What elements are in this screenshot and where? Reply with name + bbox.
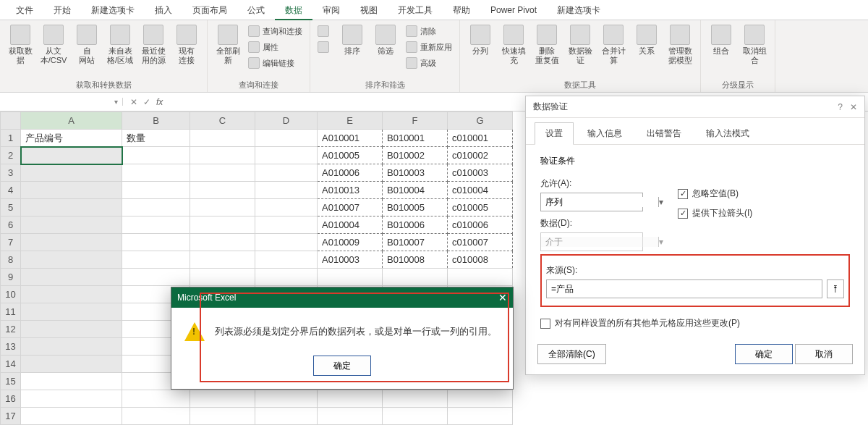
ribbon-tab[interactable]: 页面布局 xyxy=(182,0,237,20)
cell[interactable] xyxy=(21,321,122,338)
cell[interactable] xyxy=(21,234,122,251)
ribbon-tab[interactable]: 文件 xyxy=(6,0,43,20)
close-icon[interactable]: ✕ xyxy=(850,102,857,112)
cell[interactable]: A010009 xyxy=(318,234,383,251)
cell[interactable] xyxy=(255,147,318,164)
fx-icon[interactable]: fx xyxy=(156,97,163,107)
ribbon-button[interactable]: 最近使用的源 xyxy=(137,23,169,67)
allow-combo[interactable]: ▾ xyxy=(540,193,643,211)
row-header[interactable]: 4 xyxy=(1,182,21,199)
cell[interactable] xyxy=(21,251,122,269)
cell[interactable] xyxy=(383,408,448,425)
cell[interactable] xyxy=(21,338,122,356)
cell[interactable] xyxy=(21,303,122,321)
row-header[interactable]: 8 xyxy=(1,251,21,269)
range-select-button[interactable]: ⭱ xyxy=(827,279,844,298)
ribbon-button[interactable]: 分列 xyxy=(464,23,496,57)
cell[interactable] xyxy=(122,251,190,269)
apply-all-checkbox[interactable]: 对有同样设置的所有其他单元格应用这些更改(P) xyxy=(540,317,850,329)
ribbon-tab[interactable]: 新建选项卡 xyxy=(547,0,610,20)
cell[interactable] xyxy=(21,356,122,373)
cell[interactable] xyxy=(255,199,318,216)
ribbon-button[interactable]: 合并计算 xyxy=(597,23,629,67)
column-header[interactable]: A xyxy=(21,112,122,130)
row-header[interactable]: 7 xyxy=(1,234,21,251)
cell[interactable] xyxy=(190,182,255,199)
ribbon-button[interactable]: 获取数据 xyxy=(4,23,36,67)
ribbon-button[interactable]: 数据验证 xyxy=(564,23,596,67)
cell[interactable] xyxy=(21,164,122,182)
select-all-corner[interactable] xyxy=(1,112,21,130)
cell[interactable] xyxy=(255,234,318,251)
cell[interactable]: c010008 xyxy=(448,251,513,269)
cell[interactable] xyxy=(190,164,255,182)
cell[interactable] xyxy=(122,182,190,199)
cell[interactable] xyxy=(318,269,383,286)
chevron-down-icon[interactable]: ▾ xyxy=(658,197,663,207)
ribbon-button[interactable]: 管理数据模型 xyxy=(664,23,696,67)
ribbon-tab[interactable]: Power Pivot xyxy=(480,0,547,20)
cell[interactable] xyxy=(190,251,255,269)
row-header[interactable]: 6 xyxy=(1,216,21,234)
row-header[interactable]: 11 xyxy=(1,303,21,321)
cell[interactable] xyxy=(122,164,190,182)
ribbon-button[interactable]: 现有连接 xyxy=(171,23,203,67)
cell[interactable] xyxy=(21,390,122,408)
row-header[interactable]: 16 xyxy=(1,390,21,408)
cell[interactable] xyxy=(190,269,255,286)
row-header[interactable]: 13 xyxy=(1,338,21,356)
row-header[interactable]: 10 xyxy=(1,286,21,303)
cell[interactable] xyxy=(318,390,383,408)
clear-all-button[interactable]: 全部清除(C) xyxy=(537,344,606,364)
cell[interactable] xyxy=(255,216,318,234)
cell[interactable]: A010004 xyxy=(318,216,383,234)
cell[interactable]: B010003 xyxy=(383,164,448,182)
cell[interactable]: c010007 xyxy=(448,234,513,251)
cancel-button[interactable]: 取消 xyxy=(795,344,853,364)
ribbon-button[interactable]: 从文本/CSV xyxy=(38,23,69,67)
cell[interactable] xyxy=(190,390,255,408)
row-header[interactable]: 2 xyxy=(1,147,21,164)
cell[interactable] xyxy=(21,216,122,234)
cell[interactable] xyxy=(190,216,255,234)
ribbon-tab[interactable]: 开发工具 xyxy=(388,0,443,20)
cell[interactable]: c010006 xyxy=(448,216,513,234)
cell[interactable] xyxy=(255,408,318,425)
row-header[interactable]: 3 xyxy=(1,164,21,182)
row-header[interactable]: 14 xyxy=(1,356,21,373)
column-header[interactable]: E xyxy=(318,112,383,130)
ribbon-tab[interactable]: 新建选项卡 xyxy=(81,0,145,20)
ribbon-button[interactable]: 快速填充 xyxy=(498,23,529,67)
check-icon[interactable]: ✓ xyxy=(143,97,150,107)
column-header[interactable]: C xyxy=(190,112,255,130)
ribbon-tab[interactable]: 插入 xyxy=(145,0,182,20)
close-icon[interactable]: ✕ xyxy=(498,292,507,303)
cell[interactable] xyxy=(448,269,513,286)
cell[interactable] xyxy=(122,147,190,164)
name-box[interactable]: ▾ xyxy=(0,98,123,106)
cell[interactable]: B010005 xyxy=(383,199,448,216)
cell[interactable]: B010008 xyxy=(383,251,448,269)
data-combo[interactable]: ▾ xyxy=(540,232,643,251)
dialog-tab[interactable]: 输入法模式 xyxy=(695,122,760,144)
ribbon-tab[interactable]: 视图 xyxy=(350,0,388,20)
cell[interactable] xyxy=(21,182,122,199)
ribbon-tab[interactable]: 开始 xyxy=(43,0,81,20)
cell[interactable] xyxy=(383,390,448,408)
allow-value[interactable] xyxy=(541,197,658,207)
row-header[interactable]: 15 xyxy=(1,373,21,390)
cancel-icon[interactable]: ✕ xyxy=(130,97,137,107)
cell[interactable] xyxy=(255,269,318,286)
row-header[interactable]: 1 xyxy=(1,130,21,147)
ribbon-tab[interactable]: 审阅 xyxy=(312,0,350,20)
cell[interactable] xyxy=(255,164,318,182)
ok-button[interactable]: 确定 xyxy=(313,356,371,376)
cell[interactable] xyxy=(122,216,190,234)
cell[interactable] xyxy=(21,269,122,286)
sort-za-button[interactable] xyxy=(315,39,335,55)
cell[interactable] xyxy=(255,182,318,199)
dialog-tab[interactable]: 设置 xyxy=(535,122,574,145)
cell[interactable] xyxy=(190,234,255,251)
ribbon-button[interactable]: 删除重复值 xyxy=(531,23,563,67)
cell[interactable]: c010005 xyxy=(448,199,513,216)
